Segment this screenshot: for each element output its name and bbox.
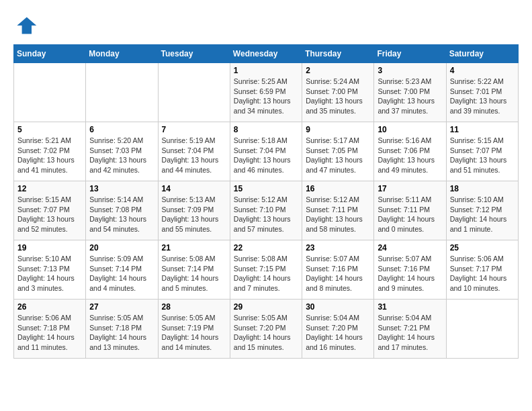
day-number: 19 [17,243,82,253]
day-number: 20 [89,243,154,253]
cell-content: Sunrise: 5:05 AMSunset: 7:19 PMDaylight:… [162,313,226,353]
calendar-cell: 12Sunrise: 5:15 AMSunset: 7:07 PMDayligh… [14,181,86,240]
logo [13,13,40,38]
cell-content: Sunrise: 5:15 AMSunset: 7:07 PMDaylight:… [450,136,515,175]
cell-content: Sunrise: 5:14 AMSunset: 7:08 PMDaylight:… [89,195,154,234]
weekday-header-saturday: Saturday [446,45,518,63]
cell-content: Sunrise: 5:09 AMSunset: 7:14 PMDaylight:… [89,254,154,293]
weekday-header-friday: Friday [374,45,446,63]
day-number: 7 [162,125,226,134]
calendar-week-2: 5Sunrise: 5:21 AMSunset: 7:02 PMDaylight… [14,122,519,181]
calendar-cell: 3Sunrise: 5:23 AMSunset: 7:00 PMDaylight… [374,63,446,122]
cell-content: Sunrise: 5:17 AMSunset: 7:05 PMDaylight:… [306,136,370,175]
calendar-cell: 19Sunrise: 5:10 AMSunset: 7:13 PMDayligh… [14,240,86,300]
weekday-header-monday: Monday [86,45,158,63]
calendar-cell: 27Sunrise: 5:05 AMSunset: 7:18 PMDayligh… [86,300,158,359]
day-number: 18 [450,184,515,193]
cell-content: Sunrise: 5:04 AMSunset: 7:21 PMDaylight:… [378,313,442,353]
cell-content: Sunrise: 5:11 AMSunset: 7:11 PMDaylight:… [378,195,442,234]
calendar-cell: 6Sunrise: 5:20 AMSunset: 7:03 PMDaylight… [86,122,158,181]
day-number: 23 [306,243,370,253]
weekday-header-thursday: Thursday [302,45,374,63]
calendar-cell: 28Sunrise: 5:05 AMSunset: 7:19 PMDayligh… [158,300,230,359]
day-number: 22 [234,243,298,253]
calendar-cell: 4Sunrise: 5:22 AMSunset: 7:01 PMDaylight… [446,63,518,122]
calendar-cell [86,63,158,122]
day-number: 14 [162,184,226,193]
weekday-header-row: SundayMondayTuesdayWednesdayThursdayFrid… [14,45,519,63]
cell-content: Sunrise: 5:06 AMSunset: 7:18 PMDaylight:… [17,313,82,353]
calendar-cell: 11Sunrise: 5:15 AMSunset: 7:07 PMDayligh… [446,122,518,181]
day-number: 10 [378,125,442,134]
day-number: 17 [378,184,442,193]
calendar-cell: 25Sunrise: 5:06 AMSunset: 7:17 PMDayligh… [446,240,518,300]
day-number: 31 [378,302,442,312]
page-header [13,13,519,38]
day-number: 27 [89,302,154,312]
svg-marker-0 [17,17,36,34]
day-number: 12 [17,184,82,193]
calendar-week-4: 19Sunrise: 5:10 AMSunset: 7:13 PMDayligh… [14,240,519,300]
calendar-cell: 21Sunrise: 5:08 AMSunset: 7:14 PMDayligh… [158,240,230,300]
cell-content: Sunrise: 5:12 AMSunset: 7:11 PMDaylight:… [306,195,370,234]
cell-content: Sunrise: 5:16 AMSunset: 7:06 PMDaylight:… [378,136,442,175]
calendar-cell: 22Sunrise: 5:08 AMSunset: 7:15 PMDayligh… [230,240,302,300]
calendar-body: 1Sunrise: 5:25 AMSunset: 6:59 PMDaylight… [14,63,519,359]
day-number: 29 [234,302,298,312]
day-number: 21 [162,243,226,253]
calendar-cell: 7Sunrise: 5:19 AMSunset: 7:04 PMDaylight… [158,122,230,181]
calendar-week-5: 26Sunrise: 5:06 AMSunset: 7:18 PMDayligh… [14,300,519,359]
cell-content: Sunrise: 5:12 AMSunset: 7:10 PMDaylight:… [234,195,298,234]
day-number: 24 [378,243,442,253]
calendar-cell: 13Sunrise: 5:14 AMSunset: 7:08 PMDayligh… [86,181,158,240]
cell-content: Sunrise: 5:23 AMSunset: 7:00 PMDaylight:… [378,77,442,116]
cell-content: Sunrise: 5:10 AMSunset: 7:13 PMDaylight:… [17,254,82,293]
calendar-cell: 2Sunrise: 5:24 AMSunset: 7:00 PMDaylight… [302,63,374,122]
day-number: 15 [234,184,298,193]
cell-content: Sunrise: 5:07 AMSunset: 7:16 PMDaylight:… [306,254,370,293]
calendar-cell: 15Sunrise: 5:12 AMSunset: 7:10 PMDayligh… [230,181,302,240]
calendar-cell: 10Sunrise: 5:16 AMSunset: 7:06 PMDayligh… [374,122,446,181]
calendar-cell: 24Sunrise: 5:07 AMSunset: 7:16 PMDayligh… [374,240,446,300]
calendar-header: SundayMondayTuesdayWednesdayThursdayFrid… [14,45,519,63]
day-number: 16 [306,184,370,193]
calendar-week-1: 1Sunrise: 5:25 AMSunset: 6:59 PMDaylight… [14,63,519,122]
weekday-header-tuesday: Tuesday [158,45,230,63]
day-number: 28 [162,302,226,312]
calendar-cell: 23Sunrise: 5:07 AMSunset: 7:16 PMDayligh… [302,240,374,300]
day-number: 9 [306,125,370,134]
calendar-cell: 1Sunrise: 5:25 AMSunset: 6:59 PMDaylight… [230,63,302,122]
calendar-cell: 8Sunrise: 5:18 AMSunset: 7:04 PMDaylight… [230,122,302,181]
calendar-cell: 18Sunrise: 5:10 AMSunset: 7:12 PMDayligh… [446,181,518,240]
day-number: 8 [234,125,298,134]
calendar-week-3: 12Sunrise: 5:15 AMSunset: 7:07 PMDayligh… [14,181,519,240]
calendar-cell: 30Sunrise: 5:04 AMSunset: 7:20 PMDayligh… [302,300,374,359]
day-number: 11 [450,125,515,134]
cell-content: Sunrise: 5:10 AMSunset: 7:12 PMDaylight:… [450,195,515,234]
cell-content: Sunrise: 5:24 AMSunset: 7:00 PMDaylight:… [306,77,370,116]
day-number: 5 [17,125,82,134]
day-number: 6 [89,125,154,134]
day-number: 30 [306,302,370,312]
cell-content: Sunrise: 5:04 AMSunset: 7:20 PMDaylight:… [306,313,370,353]
weekday-header-sunday: Sunday [14,45,86,63]
calendar-cell: 16Sunrise: 5:12 AMSunset: 7:11 PMDayligh… [302,181,374,240]
cell-content: Sunrise: 5:06 AMSunset: 7:17 PMDaylight:… [450,254,515,293]
day-number: 13 [89,184,154,193]
weekday-header-wednesday: Wednesday [230,45,302,63]
cell-content: Sunrise: 5:18 AMSunset: 7:04 PMDaylight:… [234,136,298,175]
cell-content: Sunrise: 5:07 AMSunset: 7:16 PMDaylight:… [378,254,442,293]
calendar-cell [14,63,86,122]
calendar-cell: 17Sunrise: 5:11 AMSunset: 7:11 PMDayligh… [374,181,446,240]
logo-icon [13,13,38,38]
cell-content: Sunrise: 5:25 AMSunset: 6:59 PMDaylight:… [234,77,298,116]
day-number: 1 [234,66,298,75]
cell-content: Sunrise: 5:19 AMSunset: 7:04 PMDaylight:… [162,136,226,175]
cell-content: Sunrise: 5:05 AMSunset: 7:18 PMDaylight:… [89,313,154,353]
cell-content: Sunrise: 5:20 AMSunset: 7:03 PMDaylight:… [89,136,154,175]
calendar-cell: 20Sunrise: 5:09 AMSunset: 7:14 PMDayligh… [86,240,158,300]
day-number: 3 [378,66,442,75]
day-number: 25 [450,243,515,253]
calendar-table: SundayMondayTuesdayWednesdayThursdayFrid… [13,44,519,359]
calendar-cell: 29Sunrise: 5:05 AMSunset: 7:20 PMDayligh… [230,300,302,359]
